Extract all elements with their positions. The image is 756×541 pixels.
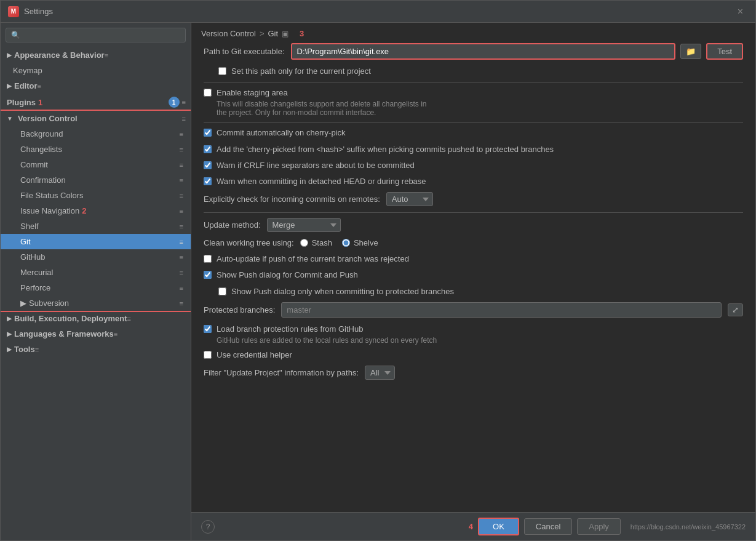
arrow-icon-vc: ▼ — [7, 115, 13, 122]
path-label: Path to Git executable: — [204, 47, 285, 56]
show-push-row: Show Push dialog for Commit and Push — [204, 270, 743, 281]
settings-icon-github: ≡ — [180, 254, 183, 261]
apply-button[interactable]: Apply — [577, 518, 621, 535]
sidebar-item-background[interactable]: Background ≡ — [1, 126, 191, 142]
window-title: Settings — [24, 7, 53, 16]
detached-label: Warn when committing in detached HEAD or… — [217, 176, 426, 187]
sidebar-item-shelf[interactable]: Shelf ≡ — [1, 218, 191, 234]
update-select[interactable]: Merge Rebase Branch Default — [267, 218, 341, 232]
shelve-option[interactable]: Shelve — [342, 238, 378, 247]
github-label: GitHub — [20, 252, 45, 262]
sidebar-item-appearance[interactable]: ▶ Appearance & Behavior ≡ — [1, 47, 191, 63]
settings-icon-conf: ≡ — [180, 177, 183, 184]
stash-radio[interactable] — [300, 239, 308, 247]
git-label: Git — [20, 237, 31, 246]
staging-container: Enable staging area This will disable ch… — [217, 87, 427, 117]
expand-button[interactable]: ⤢ — [728, 303, 743, 316]
changelists-label: Changelists — [20, 145, 62, 154]
subversion-label: Subversion — [29, 299, 69, 308]
search-input[interactable] — [24, 31, 180, 39]
sidebar-item-build-label: Build, Execution, Deployment — [14, 314, 127, 323]
incoming-select[interactable]: Auto Always Never — [386, 192, 433, 206]
sidebar-item-keymap[interactable]: Keymap — [1, 63, 191, 78]
stash-option[interactable]: Stash — [300, 238, 332, 247]
plugins-badge: 1 — [169, 97, 180, 108]
cherry-hash-checkbox[interactable] — [204, 145, 212, 153]
show-push-protected-label: Show Push dialog only when committing to… — [231, 286, 454, 297]
arrow-icon-svn: ▶ — [20, 299, 26, 308]
breadcrumb: Version Control > Git ▣ 3 — [191, 23, 755, 43]
settings-icon-cl: ≡ — [180, 146, 183, 153]
breadcrumb-arrow: > — [260, 29, 265, 38]
clean-tree-row: Clean working tree using: Stash Shelve — [204, 238, 743, 247]
sidebar-item-languages[interactable]: ▶ Languages & Frameworks ≡ — [1, 326, 191, 342]
background-label: Background — [20, 129, 63, 138]
settings-icon-bg: ≡ — [180, 130, 183, 138]
sidebar-item-changelists[interactable]: Changelists ≡ — [1, 142, 191, 157]
detached-checkbox[interactable] — [204, 177, 212, 185]
crlf-label: Warn if CRLF line separators are about t… — [217, 160, 415, 171]
credential-checkbox[interactable] — [204, 351, 212, 359]
cherry-hash-label: Add the 'cherry-picked from <hash>' suff… — [217, 144, 554, 155]
sidebar-item-plugins[interactable]: Plugins 1 1 ≡ — [1, 94, 191, 111]
browse-button[interactable]: 📁 — [680, 44, 701, 59]
file-status-label: File Status Colors — [20, 191, 84, 200]
load-branch-label: Load branch protection rules from GitHub — [217, 324, 363, 334]
close-button[interactable]: × — [733, 4, 748, 20]
sidebar-item-file-status[interactable]: File Status Colors ≡ — [1, 188, 191, 203]
bottom-bar: ? 4 OK Cancel Apply https://blog.csdn.ne… — [191, 512, 755, 540]
sidebar-item-subversion[interactable]: ▶ Subversion ≡ — [1, 295, 191, 311]
issue-nav-label: Issue Navigation — [20, 206, 79, 215]
version-control-section: ▼ Version Control ≡ Background ≡ Changel… — [1, 111, 191, 311]
sidebar-item-version-control[interactable]: ▼ Version Control ≡ — [1, 111, 191, 126]
bottom-actions: OK Cancel Apply — [478, 518, 621, 535]
sidebar-item-build[interactable]: ▶ Build, Execution, Deployment ≡ — [1, 311, 191, 326]
sidebar: 🔍 ▶ Appearance & Behavior ≡ Keymap ▶ Edi… — [1, 23, 191, 540]
load-branch-checkbox[interactable] — [204, 325, 212, 333]
shelve-radio[interactable] — [342, 239, 350, 247]
staging-checkbox[interactable] — [204, 89, 212, 97]
breadcrumb-icon: ▣ — [282, 30, 288, 38]
sidebar-item-confirmation[interactable]: Confirmation ≡ — [1, 172, 191, 188]
sidebar-item-appearance-label: Appearance & Behavior — [14, 50, 105, 60]
github-rules-desc: GitHub rules are added to the local rule… — [217, 336, 437, 345]
main-content: 🔍 ▶ Appearance & Behavior ≡ Keymap ▶ Edi… — [1, 23, 755, 540]
ok-button[interactable]: OK — [478, 518, 519, 535]
search-box[interactable]: 🔍 — [6, 28, 186, 42]
auto-update-checkbox[interactable] — [204, 255, 212, 263]
help-button[interactable]: ? — [201, 520, 215, 534]
sidebar-item-editor-label: Editor — [14, 81, 38, 90]
sidebar-item-commit[interactable]: Commit ≡ — [1, 157, 191, 172]
settings-icon-plugins: ≡ — [182, 98, 186, 106]
sidebar-item-issue-nav[interactable]: Issue Navigation 2 ≡ — [1, 203, 191, 218]
sidebar-item-perforce[interactable]: Perforce ≡ — [1, 280, 191, 295]
settings-icon-in: ≡ — [180, 207, 183, 215]
sidebar-item-tools[interactable]: ▶ Tools ≡ — [1, 342, 191, 357]
sidebar-item-editor[interactable]: ▶ Editor ≡ — [1, 78, 191, 94]
cancel-button[interactable]: Cancel — [524, 518, 572, 535]
keymap-label: Keymap — [13, 66, 42, 75]
app-icon: M — [8, 6, 19, 17]
cherry-pick-checkbox[interactable] — [204, 129, 212, 137]
test-button[interactable]: Test — [706, 43, 743, 60]
filter-select[interactable]: All — [365, 366, 395, 380]
sidebar-item-tools-label: Tools — [14, 345, 35, 354]
settings-icon-build: ≡ — [127, 315, 130, 323]
show-push-protected-checkbox[interactable] — [218, 287, 226, 295]
crlf-checkbox[interactable] — [204, 161, 212, 169]
settings-content: Path to Git executable: 📁 Test Set this … — [191, 43, 755, 512]
show-push-label: Show Push dialog for Commit and Push — [217, 270, 358, 281]
sidebar-item-github[interactable]: GitHub ≡ — [1, 249, 191, 265]
sidebar-item-git[interactable]: Git ≡ — [1, 234, 191, 249]
path-input[interactable] — [291, 43, 676, 60]
set-path-checkbox[interactable] — [218, 67, 226, 75]
protected-input[interactable] — [281, 302, 722, 318]
protected-label: Protected branches: — [204, 305, 275, 315]
sidebar-item-mercurial[interactable]: Mercurial ≡ — [1, 265, 191, 280]
load-branch-container: Load branch protection rules from GitHub… — [217, 324, 437, 345]
set-path-row: Set this path only for the current proje… — [218, 66, 743, 77]
clean-radio-group: Stash Shelve — [300, 238, 378, 247]
breadcrumb-part2: Git — [268, 29, 278, 38]
settings-icon-svn: ≡ — [180, 300, 183, 307]
show-push-checkbox[interactable] — [204, 271, 212, 279]
